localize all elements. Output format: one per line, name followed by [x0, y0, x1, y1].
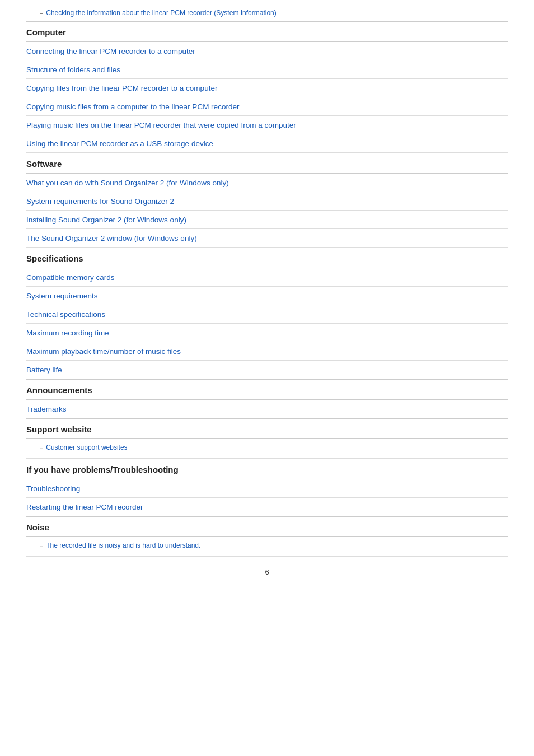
indented-link[interactable]: The recorded file is noisy and is hard t… [46, 542, 200, 549]
sections-container: ComputerConnecting the linear PCM record… [26, 21, 508, 557]
link[interactable]: Playing music files on the linear PCM re… [26, 121, 296, 129]
link-row: System requirements for Sound Organizer … [26, 192, 508, 211]
link-row: Troubleshooting [26, 479, 508, 498]
section-header-noise: Noise [26, 516, 508, 537]
section-header-specifications: Specifications [26, 248, 508, 268]
page-number: 6 [26, 568, 508, 576]
link-row: Maximum recording time [26, 324, 508, 342]
link[interactable]: Battery life [26, 366, 62, 374]
link[interactable]: What you can do with Sound Organizer 2 (… [26, 179, 229, 187]
link[interactable]: Troubleshooting [26, 484, 80, 493]
link[interactable]: Trademarks [26, 405, 67, 413]
indent-mark: └ [38, 444, 43, 454]
link-row: Compatible memory cards [26, 268, 508, 287]
link-row: The Sound Organizer 2 window (for Window… [26, 229, 508, 248]
link[interactable]: Restarting the linear PCM recorder [26, 503, 143, 511]
link-row: Using the linear PCM recorder as a USB s… [26, 134, 508, 153]
indented-row: └Customer support websites [26, 439, 508, 459]
link-row: Restarting the linear PCM recorder [26, 498, 508, 516]
link-row: Technical specifications [26, 305, 508, 324]
link-row: Trademarks [26, 400, 508, 418]
section-header-announcements: Announcements [26, 379, 508, 400]
link-row: Copying music files from a computer to t… [26, 97, 508, 116]
link-row: What you can do with Sound Organizer 2 (… [26, 174, 508, 192]
link-row: Maximum playback time/number of music fi… [26, 342, 508, 361]
link[interactable]: Maximum playback time/number of music fi… [26, 347, 181, 356]
link[interactable]: Technical specifications [26, 310, 105, 319]
link-row: System requirements [26, 287, 508, 305]
link-row: Connecting the linear PCM recorder to a … [26, 42, 508, 60]
link-row: Installing Sound Organizer 2 (for Window… [26, 211, 508, 229]
section-header-software: Software [26, 153, 508, 174]
indented-row: └The recorded file is noisy and is hard … [26, 537, 508, 557]
link[interactable]: Maximum recording time [26, 329, 109, 337]
link-row: Battery life [26, 361, 508, 379]
link[interactable]: System requirements for Sound Organizer … [26, 197, 174, 206]
section-header-computer: Computer [26, 21, 508, 42]
link[interactable]: Copying music files from a computer to t… [26, 102, 239, 111]
link-row: Structure of folders and files [26, 60, 508, 79]
indent-mark: └ [38, 9, 43, 17]
link[interactable]: Using the linear PCM recorder as a USB s… [26, 139, 213, 148]
top-link[interactable]: Checking the information about the linea… [46, 9, 277, 17]
link[interactable]: Installing Sound Organizer 2 (for Window… [26, 216, 186, 224]
link[interactable]: Compatible memory cards [26, 273, 115, 282]
section-header-troubleshooting: If you have problems/Troubleshooting [26, 459, 508, 479]
link-row: Copying files from the linear PCM record… [26, 79, 508, 97]
link[interactable]: The Sound Organizer 2 window (for Window… [26, 234, 197, 242]
section-header-support_website: Support website [26, 418, 508, 439]
link[interactable]: Connecting the linear PCM recorder to a … [26, 47, 195, 55]
indent-mark: └ [38, 542, 43, 552]
link[interactable]: System requirements [26, 292, 98, 300]
indented-link[interactable]: Customer support websites [46, 444, 127, 451]
link[interactable]: Copying files from the linear PCM record… [26, 84, 217, 92]
link-row: Playing music files on the linear PCM re… [26, 116, 508, 134]
top-indented-row: └ Checking the information about the lin… [26, 6, 508, 21]
link[interactable]: Structure of folders and files [26, 66, 120, 74]
